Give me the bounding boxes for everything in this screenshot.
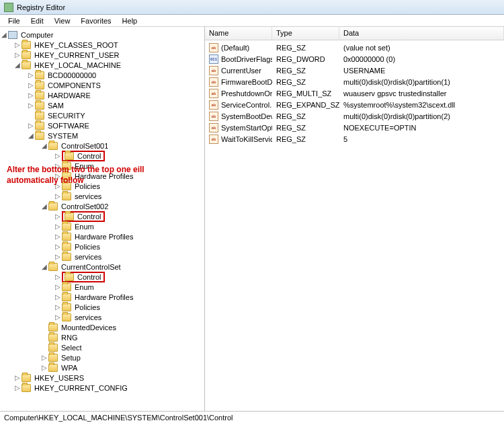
expand-icon[interactable]: ◢ [27, 132, 35, 139]
folder-icon [65, 273, 74, 281]
tree-cs001[interactable]: ◢ControlSet001 [0, 141, 204, 151]
expand-icon[interactable]: ▷ [54, 303, 62, 311]
tree-bcd[interactable]: ▷BCD00000000 [0, 70, 204, 80]
expand-icon[interactable]: ▷ [27, 122, 35, 129]
tree-hkcc[interactable]: ▷HKEY_CURRENT_CONFIG [0, 383, 204, 393]
value-name: CurrentUser [221, 67, 261, 75]
tree-ccs-control[interactable]: ▷Control [0, 272, 204, 282]
expand-icon[interactable]: ◢ [13, 61, 22, 69]
expand-icon[interactable]: ▷ [13, 384, 22, 391]
list-row[interactable]: abCurrentUserREG_SZUSERNAME [205, 65, 504, 76]
menu-favorites[interactable]: Favorites [75, 17, 116, 25]
tree-wpa[interactable]: ▷WPA [0, 362, 204, 373]
expand-icon[interactable]: ▷ [13, 51, 22, 59]
tree-ccs-svc[interactable]: ▷services [0, 312, 204, 322]
tree-hklm[interactable]: ◢HKEY_LOCAL_MACHINE [0, 60, 204, 70]
tree-cs002[interactable]: ◢ControlSet002 [0, 201, 204, 211]
expand-icon[interactable]: ▷ [54, 283, 62, 291]
tree-ccs-hwp[interactable]: ▷Hardware Profiles [0, 292, 204, 302]
tree-hkcu[interactable]: ▷HKEY_CURRENT_USER [0, 50, 204, 60]
expand-icon[interactable]: ◢ [0, 31, 8, 38]
expand-icon[interactable]: ▷ [54, 223, 62, 230]
folder-icon [35, 112, 44, 120]
expand-icon[interactable]: ▷ [54, 213, 62, 220]
tree-system[interactable]: ◢SYSTEM [0, 130, 204, 141]
list-row[interactable]: abServiceControl...REG_EXPAND_SZ%systemr… [205, 99, 504, 110]
menu-file[interactable]: File [3, 17, 26, 25]
highlight-box: Control [62, 211, 105, 222]
value-type: REG_MULTI_SZ [272, 89, 339, 98]
list-row[interactable]: abWaitToKillServic...REG_SZ5 [205, 133, 504, 145]
expand-icon[interactable]: ▷ [40, 364, 48, 371]
tree-cs002-svc[interactable]: ▷services [0, 252, 204, 262]
list-header-type[interactable]: Type [272, 27, 339, 40]
expand-icon[interactable]: ◢ [40, 142, 48, 149]
expand-icon[interactable]: ▷ [54, 233, 62, 240]
list-header: Name Type Data [205, 27, 504, 40]
expand-icon[interactable]: ▷ [13, 41, 22, 48]
folder-icon [62, 313, 71, 321]
expand-icon[interactable]: ▷ [40, 354, 48, 361]
tree-ccs-enum[interactable]: ▷Enum [0, 282, 204, 292]
expand-icon[interactable]: ▷ [27, 71, 35, 79]
expand-icon[interactable]: ▷ [54, 293, 62, 301]
menu-help[interactable]: Help [117, 17, 143, 25]
window-titlebar: Registry Editor [0, 0, 504, 15]
tree-hku[interactable]: ▷HKEY_USERS [0, 373, 204, 383]
tree-ccs-pol[interactable]: ▷Policies [0, 302, 204, 312]
window-title: Registry Editor [17, 3, 65, 11]
tree-cs001-control[interactable]: ▷Control [0, 151, 204, 161]
list-header-name[interactable]: Name [205, 27, 272, 40]
tree-cs002-hwp[interactable]: ▷Hardware Profiles [0, 231, 204, 241]
list-row[interactable]: 011BootDriverFlagsREG_DWORD0x00000000 (0… [205, 53, 504, 65]
folder-icon [48, 142, 58, 150]
tree-cs002-enum[interactable]: ▷Enum [0, 221, 204, 231]
expand-icon[interactable]: ▷ [54, 273, 62, 280]
list-row[interactable]: abSystemStartOpti...REG_SZ NOEXECUTE=OPT… [205, 122, 504, 133]
computer-icon [8, 31, 17, 39]
value-data: 0x00000000 (0) [339, 55, 504, 63]
expand-icon[interactable]: ▷ [54, 152, 62, 159]
tree-select[interactable]: ▷Select [0, 342, 204, 352]
folder-icon [62, 233, 71, 241]
folder-icon [48, 202, 58, 210]
expand-icon[interactable]: ▷ [27, 91, 35, 99]
tree-setup[interactable]: ▷Setup [0, 352, 204, 362]
value-name: (Default) [221, 44, 249, 52]
expand-icon[interactable]: ▷ [54, 253, 62, 260]
menu-edit[interactable]: Edit [26, 17, 49, 25]
expand-icon[interactable]: ▷ [27, 81, 35, 89]
string-value-icon: ab [209, 123, 218, 132]
tree-hardware[interactable]: ▷HARDWARE [0, 90, 204, 100]
tree-components[interactable]: ▷COMPONENTS [0, 80, 204, 90]
folder-icon [48, 344, 58, 352]
tree-rng[interactable]: ▷RNG [0, 332, 204, 342]
list-row[interactable]: abPreshutdownOr...REG_MULTI_SZwuauserv g… [205, 87, 504, 99]
tree-hkcr[interactable]: ▷HKEY_CLASSES_ROOT [0, 40, 204, 50]
list-row[interactable]: ab(Default)REG_SZ(value not set) [205, 42, 504, 53]
expand-icon[interactable]: ◢ [40, 202, 48, 210]
tree-software[interactable]: ▷SOFTWARE [0, 120, 204, 130]
tree-mounteddevices[interactable]: ▷MountedDevices [0, 322, 204, 332]
folder-icon [22, 384, 31, 392]
expand-icon[interactable]: ▷ [13, 374, 22, 381]
list-header-data[interactable]: Data [339, 27, 504, 40]
expand-icon[interactable]: ▷ [54, 313, 62, 321]
menu-view[interactable]: View [49, 17, 76, 25]
tree-cs002-pol[interactable]: ▷Policies [0, 241, 204, 252]
tree-ccs[interactable]: ◢CurrentControlSet [0, 262, 204, 272]
list-row[interactable]: abSystemBootDevi...REG_SZmulti(0)disk(0)… [205, 110, 504, 122]
expand-icon[interactable]: ▷ [54, 243, 62, 250]
value-name: WaitToKillServic... [221, 135, 272, 143]
list-row[interactable]: abFirmwareBootD...REG_SZmulti(0)disk(0)r… [205, 76, 504, 87]
expand-icon[interactable]: ▷ [27, 102, 35, 109]
tree-cs002-control[interactable]: ▷Control [0, 211, 204, 221]
tree-root-computer[interactable]: ◢Computer [0, 30, 204, 40]
folder-icon [65, 213, 74, 221]
status-path: Computer\HKEY_LOCAL_MACHINE\SYSTEM\Contr… [4, 414, 233, 422]
tree-security[interactable]: ▷SECURITY [0, 110, 204, 120]
expand-icon[interactable]: ▷ [54, 192, 62, 200]
tree-cs001-svc[interactable]: ▷services [0, 191, 204, 201]
expand-icon[interactable]: ◢ [40, 263, 48, 270]
tree-sam[interactable]: ▷SAM [0, 100, 204, 110]
